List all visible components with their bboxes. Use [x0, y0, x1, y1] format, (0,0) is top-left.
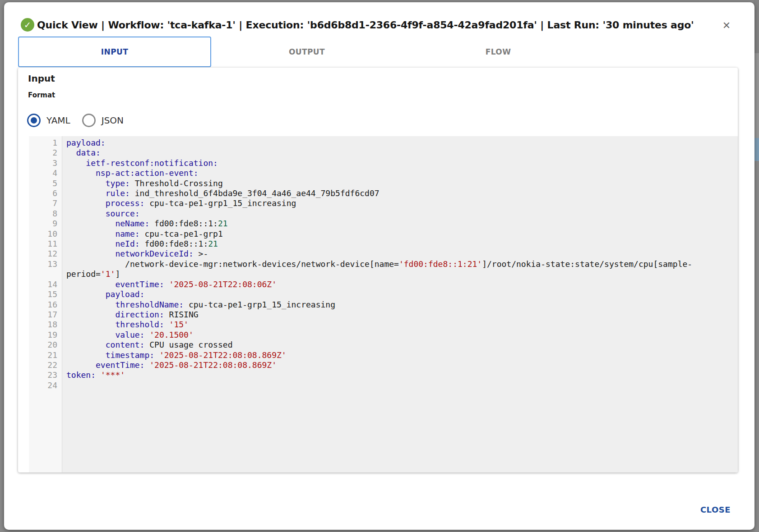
close-icon[interactable]: ✕	[720, 18, 733, 32]
tab-output[interactable]: OUTPUT	[211, 37, 403, 67]
line-content: process: cpu-tca-pe1-grp1_15_increasing	[62, 198, 738, 208]
line-number: 4	[29, 168, 62, 178]
line-number: 7	[29, 198, 62, 208]
line-content: content: CPU usage crossed	[62, 340, 738, 350]
radio-yaml[interactable]: YAML	[27, 114, 70, 127]
line-content: name: cpu-tca-pe1-grp1	[62, 229, 738, 239]
code-line: 15 payload:	[29, 289, 738, 299]
line-content: rule: ind_threshold_6f4bda9e_3f04_4a46_a…	[62, 188, 738, 198]
line-content: token: '***'	[62, 370, 738, 380]
code-line: 19 value: '20.1500'	[29, 330, 738, 340]
radio-json-label: JSON	[102, 115, 124, 126]
panel-heading: Input	[28, 73, 55, 84]
line-number: 18	[29, 320, 62, 330]
line-content: value: '20.1500'	[62, 330, 738, 340]
line-number: 9	[29, 219, 62, 229]
line-content: eventTime: '2025-08-21T22:08:08.869Z'	[62, 360, 738, 370]
line-content: timestamp: '2025-08-21T22:08:08.869Z'	[62, 350, 738, 360]
input-panel: Input Format YAML JSON 1payl	[18, 68, 738, 472]
code-line: 1payload:	[29, 138, 738, 148]
code-line: 12 networkDeviceId: >-	[29, 249, 738, 259]
code-line: 10 name: cpu-tca-pe1-grp1	[29, 229, 738, 239]
code-line: 13 /network-device-mgr:network-devices/n…	[29, 259, 738, 280]
code-lines: 1payload:2 data:3 ietf-restconf:notifica…	[29, 136, 738, 390]
line-content: /network-device-mgr:network-devices/netw…	[62, 259, 738, 280]
line-number: 1	[29, 138, 62, 148]
line-number: 23	[29, 370, 62, 380]
line-number: 12	[29, 249, 62, 259]
code-line: 22 eventTime: '2025-08-21T22:08:08.869Z'	[29, 360, 738, 370]
format-radio-group: YAML JSON	[27, 113, 124, 128]
close-button[interactable]: CLOSE	[699, 502, 732, 517]
line-number: 13	[29, 259, 62, 280]
code-line: 6 rule: ind_threshold_6f4bda9e_3f04_4a46…	[29, 188, 738, 198]
radio-unselected-icon[interactable]	[82, 114, 96, 127]
code-line: 14 eventTime: '2025-08-21T22:08:06Z'	[29, 280, 738, 289]
code-line: 9 neName: fd00:fde8::1:21	[29, 219, 738, 229]
line-number: 20	[29, 340, 62, 350]
code-line: 18 threshold: '15'	[29, 320, 738, 330]
line-number: 14	[29, 280, 62, 289]
line-content: source:	[62, 209, 738, 219]
line-number: 11	[29, 239, 62, 249]
line-number: 6	[29, 188, 62, 198]
line-number: 10	[29, 229, 62, 239]
code-line: 17 direction: RISING	[29, 310, 738, 320]
line-content	[62, 381, 738, 390]
line-number: 15	[29, 289, 62, 299]
line-content: thresholdName: cpu-tca-pe1-grp1_15_incre…	[62, 300, 738, 310]
line-number: 24	[29, 381, 62, 390]
code-line: 24	[29, 381, 738, 390]
tab-input[interactable]: INPUT	[18, 37, 211, 67]
line-content: direction: RISING	[62, 310, 738, 320]
line-content: eventTime: '2025-08-21T22:08:06Z'	[62, 280, 738, 289]
code-line: 3 ietf-restconf:notification:	[29, 158, 738, 168]
line-number: 17	[29, 310, 62, 320]
line-content: type: Threshold-Crossing	[62, 179, 738, 188]
line-number: 3	[29, 158, 62, 168]
radio-selected-icon[interactable]	[27, 114, 41, 127]
code-line: 20 content: CPU usage crossed	[29, 340, 738, 350]
line-content: neId: fd00:fde8::1:21	[62, 239, 738, 249]
tab-bar: INPUT OUTPUT FLOW	[18, 37, 594, 67]
code-line: 4 nsp-act:action-event:	[29, 168, 738, 178]
tab-flow[interactable]: FLOW	[403, 37, 594, 67]
line-number: 8	[29, 209, 62, 219]
code-line: 21 timestamp: '2025-08-21T22:08:08.869Z'	[29, 350, 738, 360]
line-content: data:	[62, 148, 738, 158]
line-content: ietf-restconf:notification:	[62, 158, 738, 168]
code-line: 23token: '***'	[29, 370, 738, 380]
line-content: neName: fd00:fde8::1:21	[62, 219, 738, 229]
line-content: networkDeviceId: >-	[62, 249, 738, 259]
format-label: Format	[28, 91, 55, 99]
code-line: 16 thresholdName: cpu-tca-pe1-grp1_15_in…	[29, 300, 738, 310]
code-line: 2 data:	[29, 148, 738, 158]
line-content: payload:	[62, 289, 738, 299]
dialog-header: ✓ Quick View | Workflow: 'tca-kafka-1' |…	[4, 2, 754, 37]
radio-dot	[86, 117, 92, 124]
line-number: 19	[29, 330, 62, 340]
line-number: 22	[29, 360, 62, 370]
radio-json[interactable]: JSON	[82, 114, 124, 127]
success-check-icon: ✓	[21, 18, 34, 32]
code-line: 5 type: Threshold-Crossing	[29, 179, 738, 188]
line-content: payload:	[62, 138, 738, 148]
line-number: 5	[29, 179, 62, 188]
code-line: 8 source:	[29, 209, 738, 219]
line-number: 21	[29, 350, 62, 360]
line-content: nsp-act:action-event:	[62, 168, 738, 178]
line-number: 2	[29, 148, 62, 158]
quick-view-dialog: ✓ Quick View | Workflow: 'tca-kafka-1' |…	[4, 2, 754, 530]
code-line: 11 neId: fd00:fde8::1:21	[29, 239, 738, 249]
radio-dot	[31, 117, 37, 124]
line-number: 16	[29, 300, 62, 310]
code-line: 7 process: cpu-tca-pe1-grp1_15_increasin…	[29, 198, 738, 208]
line-content: threshold: '15'	[62, 320, 738, 330]
code-editor[interactable]: 1payload:2 data:3 ietf-restconf:notifica…	[29, 136, 738, 472]
radio-yaml-label: YAML	[46, 115, 70, 126]
